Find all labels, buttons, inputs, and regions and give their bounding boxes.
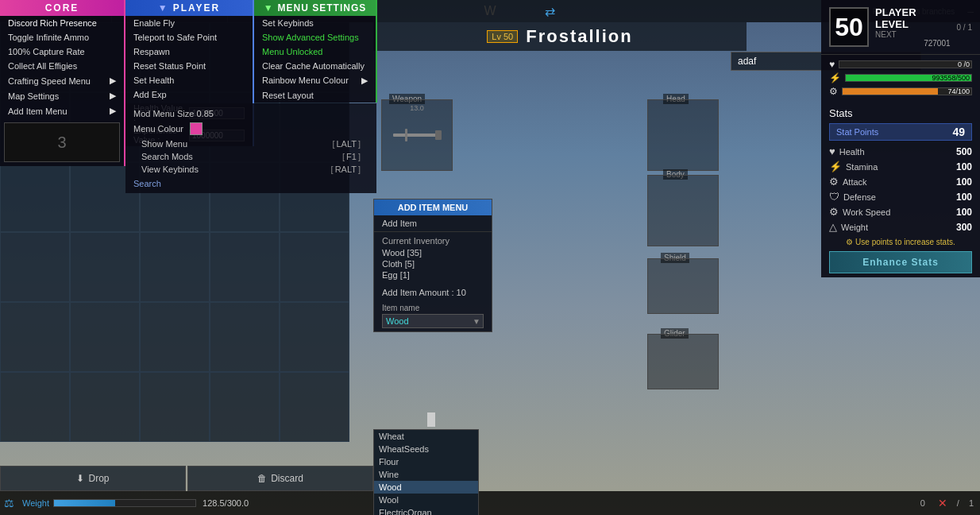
close-button[interactable]: ✕ [932, 497, 954, 509]
hp-icon: ♥ [829, 59, 835, 70]
weight-label: Weight [18, 498, 53, 508]
dropdown-item-electricorgan[interactable]: ElectricOrgan [374, 506, 478, 515]
player-item-teleport[interactable]: Teleport to Safe Point [125, 30, 253, 45]
weapon-slot[interactable]: 13.0 [381, 99, 453, 171]
core-item-discord[interactable]: Discord Rich Presence [0, 16, 124, 30]
inv-cell[interactable] [0, 372, 70, 442]
level-title: PLAYER LEVEL [875, 6, 951, 30]
stat-attack-row: ⚙ Attack 100 [829, 174, 972, 189]
item-name-select-wrapper: ▼ [382, 314, 484, 328]
stamina-bar-track: 993558/500 [845, 74, 972, 82]
inventory-item-egg: Egg [1] [382, 269, 484, 281]
health-value: 500 [956, 146, 972, 157]
inv-cell[interactable] [210, 232, 280, 302]
stamina-icon: ⚡ [829, 72, 841, 83]
workspeed-label: Work Speed [843, 207, 890, 217]
player-item-addexp[interactable]: Add Exp [125, 87, 253, 102]
stat-stamina-row: ⚡ Stamina 100 [829, 159, 972, 174]
svg-rect-0 [393, 134, 437, 137]
settings-item-reset[interactable]: Reset Layout [254, 88, 376, 103]
weight-bar [53, 499, 196, 507]
dropdown-item-wheat[interactable]: Wheat [374, 430, 478, 443]
shield-slot[interactable] [647, 258, 719, 314]
player-bar: Lv 50 Frostallion [373, 22, 747, 51]
stamina-label: Stamina [846, 162, 878, 172]
enhance-stats-button[interactable]: Enhance Stats [829, 251, 972, 273]
inv-cell[interactable] [0, 232, 70, 302]
core-item-additem[interactable]: Add Item Menu▶ [0, 103, 124, 118]
current-inventory-section: Current Inventory Wood [35] Cloth [5] Eg… [374, 232, 492, 285]
player-level-badge: Lv 50 [487, 30, 518, 43]
player-item-sethealth[interactable]: Set Health [125, 73, 253, 87]
settings-item-cache[interactable]: Clear Cache Automatically [254, 59, 376, 73]
level-fraction: 0 / 1 [957, 23, 972, 32]
dropdown-item-wine[interactable]: Wine [374, 468, 478, 481]
inventory-title: Current Inventory [382, 236, 484, 246]
inv-cell[interactable] [140, 232, 210, 302]
settings-item-rainbow[interactable]: Rainbow Menu Colour▶ [254, 73, 376, 88]
stamina-bar-row: ⚡ 993558/500 [829, 72, 972, 83]
settings-item-keybinds[interactable]: Set Keybinds [254, 16, 376, 30]
stats-panel: 50 PLAYER LEVEL NEXT 727001 0 / 1 ♥ 0 /0… [821, 0, 980, 277]
health-label: Health [839, 147, 865, 157]
core-item-crafting[interactable]: Crafting Speed Menu▶ [0, 73, 124, 88]
player-item-fly[interactable]: Enable Fly [125, 16, 253, 30]
add-item-button[interactable]: Add Item [374, 215, 492, 232]
player-item-reset[interactable]: Reset Status Point [125, 59, 253, 73]
mod-size-row: Mod Menu Size 0.85 [133, 107, 368, 120]
inv-cell[interactable] [280, 372, 349, 442]
bottom-bar: ⚖ Weight 128.5/300.0 0 ✕ / 1 [0, 491, 980, 515]
action-buttons: ⬇ Drop 🗑 Discard [0, 466, 373, 491]
item-name-input[interactable] [382, 314, 484, 328]
glider-slot[interactable] [647, 334, 719, 389]
core-item-ammo[interactable]: Toggle Infinite Ammo [0, 30, 124, 45]
show-menu-keybind: Show Menu [ LALT ] [133, 137, 368, 150]
weight-stat-value: 300 [956, 222, 972, 233]
stamina-bar-text: 993558/500 [932, 74, 970, 82]
inv-cell[interactable] [140, 372, 210, 442]
inv-cell[interactable] [70, 232, 140, 302]
dropdown-item-wheatseeds[interactable]: WheatSeeds [374, 443, 478, 455]
weapon-level: 13.0 [382, 100, 452, 112]
inv-cell[interactable] [70, 302, 140, 372]
mouse-cursor [427, 412, 435, 427]
settings-item-advanced[interactable]: Show Advanced Settings [254, 30, 376, 45]
menu-extra-panel: Mod Menu Size 0.85 Menu Colour Show Menu… [125, 103, 376, 193]
color-swatch[interactable] [190, 122, 203, 135]
add-item-header: ADD ITEM MENU [374, 199, 492, 215]
weight-bar-fill [54, 500, 115, 506]
core-item-map[interactable]: Map Settings▶ [0, 88, 124, 103]
search-link[interactable]: Search [133, 179, 161, 188]
weight-stat-label: Weight [841, 223, 868, 232]
defense-value: 100 [956, 192, 972, 203]
exchange-icon: ⇄ [541, 4, 559, 19]
dropdown-item-wood[interactable]: Wood [374, 481, 478, 494]
workspeed-icon: ⚙ [829, 206, 839, 218]
stat-points-label: Stat Points [836, 127, 878, 137]
inv-cell[interactable] [280, 302, 349, 372]
inv-cell[interactable] [210, 302, 280, 372]
inv-cell[interactable] [0, 302, 70, 372]
core-item-capture[interactable]: 100% Capture Rate [0, 45, 124, 59]
player-name: Frostallion [526, 26, 632, 47]
body-slot[interactable] [647, 175, 719, 246]
search-mods-keybind: Search Mods [ F1 ] [133, 150, 368, 163]
inv-cell[interactable] [0, 162, 70, 232]
inv-cell[interactable] [280, 232, 349, 302]
hp-bar-text: 0 /0 [958, 60, 970, 68]
discard-button[interactable]: 🗑 Discard [187, 466, 373, 491]
player-item-respawn[interactable]: Respawn [125, 45, 253, 59]
dropdown-item-wool[interactable]: Wool [374, 494, 478, 506]
settings-item-unlocked[interactable]: Menu Unlocked [254, 45, 376, 59]
drop-button[interactable]: ⬇ Drop [0, 466, 186, 491]
head-slot[interactable] [647, 99, 719, 171]
dropdown-item-flour[interactable]: Flour [374, 455, 478, 468]
inv-cell[interactable] [140, 302, 210, 372]
weight-stat-icon: △ [829, 221, 837, 233]
inv-cell[interactable] [70, 372, 140, 442]
core-item-effigies[interactable]: Collect All Effigies [0, 59, 124, 73]
inv-cell[interactable] [210, 372, 280, 442]
energy-bar-track: 74/100 [842, 87, 972, 95]
player-level-box: 50 PLAYER LEVEL NEXT 727001 0 / 1 [821, 0, 980, 55]
use-points-note: ⚙ Use points to increase stats. [829, 234, 972, 250]
